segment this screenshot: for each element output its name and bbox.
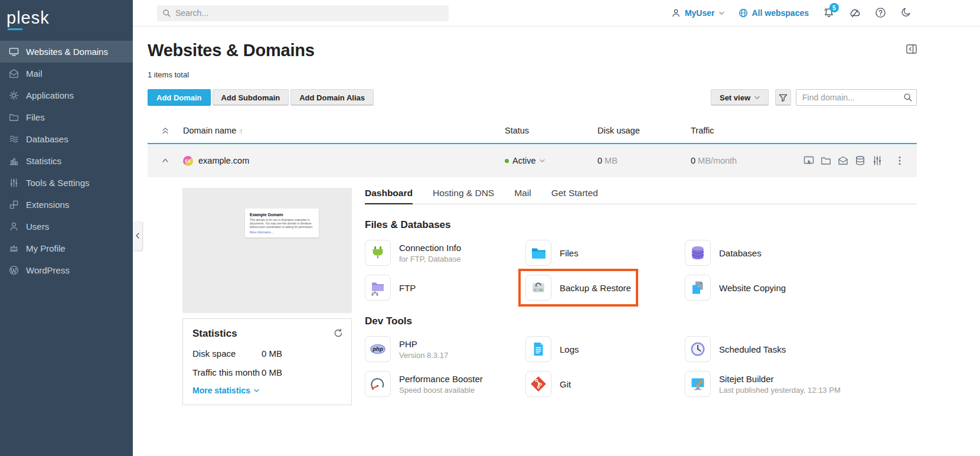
sidebar-item-label: Applications: [26, 90, 74, 100]
site-preview-thumbnail[interactable]: Example Domain This domain is for use in…: [182, 188, 352, 313]
sidebar: plesk Websites & Domains Mail Applicatio…: [0, 0, 133, 456]
add-subdomain-button[interactable]: Add Subdomain: [213, 89, 289, 106]
monitor-icon: [9, 47, 19, 57]
sidebar-item-label: Extensions: [26, 200, 69, 210]
collapse-all-icon[interactable]: [161, 126, 169, 135]
find-domain-input[interactable]: [796, 89, 917, 106]
kebab-icon[interactable]: [894, 155, 905, 166]
sidebar-item[interactable]: Databases: [0, 128, 133, 150]
tool-label[interactable]: Performance Booster: [399, 374, 483, 384]
plesk-app: plesk Websites & Domains Mail Applicatio…: [0, 0, 980, 456]
ftp-icon: [365, 275, 391, 301]
sidebar-item[interactable]: Users: [0, 216, 133, 237]
cloud-status-button[interactable]: [849, 7, 861, 19]
page-content: Websites & Domains 1 items total Add Dom…: [133, 27, 980, 456]
tool-tile[interactable]: Databases: [685, 240, 762, 266]
tool-tile[interactable]: Scheduled Tasks: [685, 336, 786, 362]
db-purple-icon: [685, 240, 711, 266]
plesk-logo[interactable]: plesk: [0, 0, 133, 36]
tool-tile[interactable]: Website Copying: [685, 275, 786, 301]
column-header-status[interactable]: Status: [505, 126, 597, 135]
sidebar-item[interactable]: Applications: [0, 84, 133, 106]
tool-tile[interactable]: Performance Booster Speed boost availabl…: [365, 371, 483, 397]
sidebar-item[interactable]: Tools & Settings: [0, 172, 133, 194]
dashboard-tab[interactable]: Get Started: [551, 188, 598, 204]
tool-tile[interactable]: php PHP Version 8.3.17: [365, 336, 448, 362]
tool-label[interactable]: FTP: [399, 283, 416, 293]
tool-tile[interactable]: Git: [525, 371, 571, 397]
add-domain-button[interactable]: Add Domain: [148, 89, 211, 106]
dashboard-tab[interactable]: Dashboard: [365, 188, 413, 204]
tool-label[interactable]: Git: [560, 379, 571, 389]
tool-tile[interactable]: FTP: [365, 275, 416, 301]
svg-text:php: php: [372, 346, 383, 352]
filter-button[interactable]: [775, 89, 791, 106]
set-view-button[interactable]: Set view: [711, 89, 769, 106]
open-site-icon[interactable]: [803, 155, 814, 166]
column-header-disk[interactable]: Disk usage: [597, 126, 691, 135]
domains-table-header: Domain name ↑ Status Disk usage Traffic: [148, 126, 917, 135]
folder-icon[interactable]: [821, 155, 831, 166]
sidebar-item[interactable]: Websites & Domains: [0, 41, 133, 63]
tool-label[interactable]: PHP: [399, 339, 448, 349]
column-header-traffic[interactable]: Traffic: [691, 126, 917, 135]
tool-label[interactable]: Website Copying: [719, 283, 786, 293]
global-search-input[interactable]: [175, 8, 443, 18]
sidebar-item[interactable]: WordPress: [0, 259, 133, 281]
items-total: 1 items total: [148, 70, 917, 79]
tool-label[interactable]: Scheduled Tasks: [719, 344, 786, 354]
sidebar-item[interactable]: My Profile: [0, 237, 133, 259]
sidebar-item-label: WordPress: [26, 265, 70, 275]
sidebar-item[interactable]: Mail: [0, 63, 133, 84]
database-icon[interactable]: [855, 155, 865, 166]
collapse-row-icon[interactable]: [161, 157, 169, 165]
domain-row: EX example.com Active 0 MB: [148, 143, 917, 177]
layers-icon: [9, 134, 19, 144]
sidebar-item[interactable]: Files: [0, 106, 133, 128]
sidebar-item[interactable]: Extensions: [0, 194, 133, 216]
tool-label[interactable]: Connection Info: [399, 243, 461, 253]
tool-label[interactable]: Databases: [719, 248, 762, 258]
add-domain-alias-button[interactable]: Add Domain Alias: [290, 89, 374, 106]
dark-mode-toggle[interactable]: [901, 7, 913, 19]
tool-section: Dev Tools php PHP: [365, 315, 917, 397]
more-statistics-link[interactable]: More statistics: [192, 386, 342, 395]
sidebar-item-label: Users: [26, 222, 49, 232]
tool-label[interactable]: Backup & Restore: [560, 283, 631, 293]
side-panel-toggle-icon[interactable]: [906, 44, 917, 54]
user-menu[interactable]: MyUser: [671, 8, 724, 18]
domain-name-link[interactable]: example.com: [198, 156, 249, 165]
global-search[interactable]: [157, 5, 449, 21]
status-dropdown[interactable]: Active: [505, 156, 597, 165]
notifications-button[interactable]: 5: [823, 7, 835, 19]
php-icon: php: [365, 336, 391, 362]
webspaces-label: All webspaces: [752, 8, 809, 18]
tool-tile[interactable]: Backup & Restore: [525, 275, 631, 301]
sidebar-item[interactable]: Statistics: [0, 150, 133, 172]
help-button[interactable]: [875, 7, 887, 19]
dashboard-tab[interactable]: Mail: [514, 188, 531, 204]
tool-tile[interactable]: Files: [525, 240, 579, 266]
tool-label[interactable]: Files: [560, 248, 579, 258]
statistics-row: Traffic this month 0 MB: [192, 367, 342, 377]
envelope-icon[interactable]: [838, 155, 848, 166]
sort-by-domain[interactable]: Domain name ↑: [183, 126, 243, 135]
section-title: Dev Tools: [365, 315, 917, 327]
dashboard-sections: Files & Databases Connection Info: [365, 219, 917, 397]
user-name: MyUser: [685, 8, 715, 18]
topbar-right: MyUser All webspaces 5: [671, 7, 913, 19]
tool-tile[interactable]: Sitejet Builder Last published yesterday…: [685, 371, 841, 397]
funnel-icon: [779, 93, 788, 102]
sidebar-collapse-handle[interactable]: [133, 221, 142, 250]
user-icon: [9, 222, 19, 232]
webspaces-selector[interactable]: All webspaces: [739, 8, 809, 18]
tool-tile[interactable]: Logs: [525, 336, 579, 362]
sliders-icon[interactable]: [872, 155, 883, 166]
dashboard-tab[interactable]: Hosting & DNS: [433, 188, 494, 204]
refresh-icon[interactable]: [334, 328, 343, 338]
gauge-icon: [365, 371, 391, 397]
tool-label[interactable]: Sitejet Builder: [719, 374, 841, 384]
tool-tile[interactable]: Connection Info for FTP, Database: [365, 240, 461, 266]
tool-label[interactable]: Logs: [560, 344, 579, 354]
domain-summary-column: Example Domain This domain is for use in…: [182, 188, 352, 405]
